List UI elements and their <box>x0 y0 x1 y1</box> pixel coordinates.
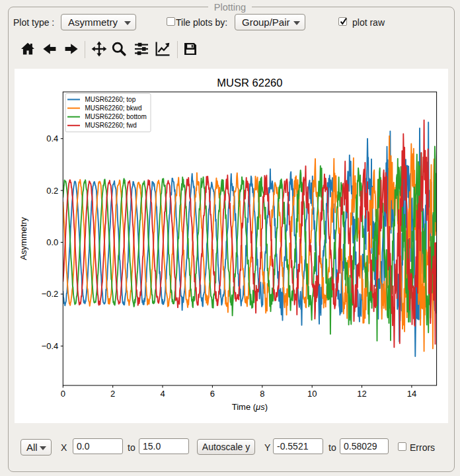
svg-text:10: 10 <box>307 389 317 399</box>
svg-text:MUSR62260; bottom: MUSR62260; bottom <box>85 113 147 120</box>
svg-text:2: 2 <box>110 389 115 399</box>
svg-text:0.4: 0.4 <box>46 134 58 143</box>
svg-text:Asymmetry: Asymmetry <box>19 217 28 260</box>
svg-text:MUSR62260; bkwd: MUSR62260; bkwd <box>85 104 142 112</box>
svg-text:8: 8 <box>260 389 264 399</box>
svg-text:0.2: 0.2 <box>46 186 58 196</box>
svg-text:0.0: 0.0 <box>46 237 58 247</box>
svg-text:6: 6 <box>210 389 215 399</box>
svg-text:0: 0 <box>61 389 65 399</box>
svg-text:MUSR 62260: MUSR 62260 <box>217 77 282 89</box>
svg-text:−0.2: −0.2 <box>42 289 59 299</box>
svg-text:4: 4 <box>160 389 165 399</box>
svg-text:14: 14 <box>407 389 416 399</box>
svg-text:Time (μs): Time (μs) <box>232 402 268 412</box>
svg-text:12: 12 <box>357 389 366 399</box>
svg-text:MUSR62260; fwd: MUSR62260; fwd <box>85 122 137 129</box>
svg-text:−0.4: −0.4 <box>42 341 59 351</box>
svg-text:MUSR62260; top: MUSR62260; top <box>85 96 136 103</box>
